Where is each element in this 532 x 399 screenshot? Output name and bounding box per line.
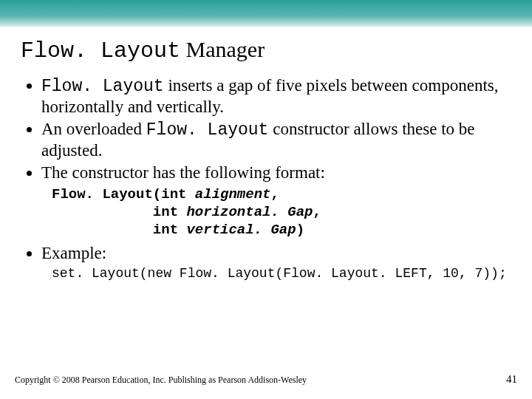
bullet-text: Example: [41, 244, 106, 262]
bullet-item: Example: [41, 243, 511, 264]
bullet-item: Flow. Layout inserts a gap of five pixel… [41, 75, 511, 117]
bullet-code: Flow. Layout [146, 120, 269, 140]
footer: Copyright © 2008 Pearson Education, Inc.… [15, 373, 517, 386]
title-rest: Manager [180, 37, 265, 61]
slide-content: Flow. Layout Manager Flow. Layout insert… [0, 27, 532, 281]
bullet-list: Flow. Layout inserts a gap of five pixel… [41, 75, 511, 183]
bullet-item: The constructor has the following format… [41, 163, 511, 183]
bullet-text: An overloaded [41, 120, 146, 138]
code-param: alignment [195, 186, 271, 202]
copyright-text: Copyright © 2008 Pearson Education, Inc.… [15, 375, 307, 386]
constructor-signature: Flow. Layout(int alignment, int horizont… [52, 186, 511, 239]
bullet-list-2: Example: [41, 243, 511, 264]
title-code: Flow. Layout [21, 38, 180, 64]
bullet-text: The constructor has the following format… [41, 163, 325, 182]
code-param: vertical. Gap [186, 222, 296, 238]
code-text: , [313, 204, 321, 220]
page-number: 41 [506, 373, 517, 386]
slide-title: Flow. Layout Manager [21, 37, 511, 64]
example-code: set. Layout(new Flow. Layout(Flow. Layou… [52, 266, 511, 281]
code-text: int [52, 222, 186, 238]
code-text: Flow. Layout(int [52, 186, 195, 202]
code-param: horizontal. Gap [186, 204, 313, 220]
code-text: , [270, 186, 279, 202]
code-text: ) [296, 222, 304, 238]
bullet-code: Flow. Layout [41, 77, 164, 96]
header-gradient-bar [0, 0, 532, 27]
code-text: int [52, 204, 186, 220]
bullet-item: An overloaded Flow. Layout constructor a… [41, 119, 511, 161]
